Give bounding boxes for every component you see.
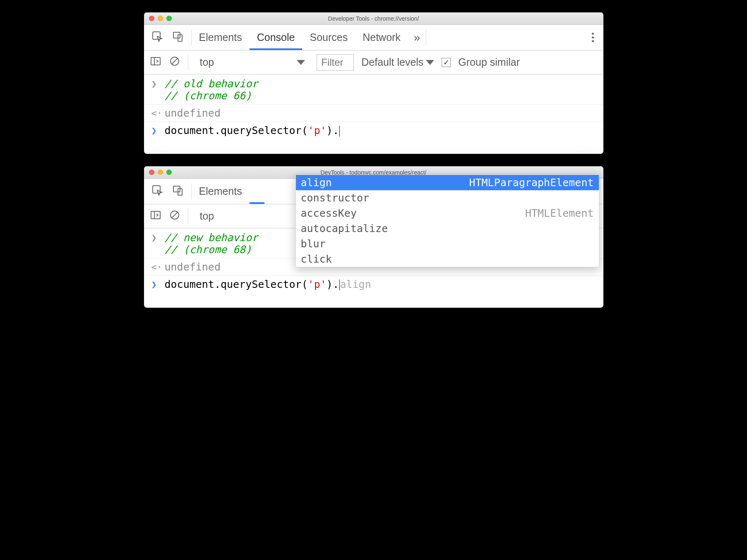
titlebar[interactable]: Developer Tools - chrome://version/: [144, 12, 603, 25]
context-selector[interactable]: top: [196, 208, 219, 224]
svg-rect-10: [151, 211, 160, 219]
ac-label: accessKey: [301, 207, 357, 219]
svg-rect-7: [153, 186, 160, 193]
console-input-row[interactable]: ❯ document.querySelector('p').align: [144, 278, 603, 291]
chevron-down-icon: [426, 60, 434, 65]
devtools-window-new: DevTools - todomvc.com/examples/react/ E…: [144, 166, 603, 308]
close-icon[interactable]: [149, 16, 154, 21]
console-sidebar-toggle-icon[interactable]: [150, 209, 161, 223]
comment-line: // new behavior: [165, 232, 258, 244]
group-similar-checkbox[interactable]: ✓: [442, 58, 451, 67]
group-similar-label: Group similar: [458, 56, 520, 68]
ac-origin: HTMLParagraphElement: [469, 177, 593, 189]
ac-label: blur: [301, 238, 326, 250]
inspect-element-icon[interactable]: [151, 31, 163, 45]
svg-line-13: [172, 212, 178, 218]
ac-label: constructor: [301, 192, 370, 204]
undefined-result: undefined: [165, 261, 221, 273]
console-sidebar-toggle-icon[interactable]: [150, 55, 161, 69]
context-label: top: [200, 56, 214, 68]
chevron-down-icon: [297, 60, 305, 65]
input-marker-icon: ❯: [151, 78, 159, 89]
divider: [188, 208, 188, 224]
ac-label: align: [301, 177, 332, 189]
log-levels-selector[interactable]: Default levels: [361, 56, 434, 68]
clear-console-icon[interactable]: [169, 209, 180, 223]
autocomplete-item[interactable]: click: [296, 251, 599, 267]
svg-line-6: [172, 58, 178, 64]
minimize-icon[interactable]: [158, 170, 163, 175]
console-entry: ❯ // old behavior // (chrome 66): [144, 77, 603, 103]
window-title: Developer Tools - chrome://version/: [144, 15, 603, 22]
console-input[interactable]: document.querySelector('p').align: [165, 278, 371, 290]
console-body: ❯ // old behavior // (chrome 66) <· unde…: [144, 74, 603, 154]
comment-line: // old behavior: [165, 78, 258, 90]
output-marker-icon: <·: [151, 261, 159, 272]
svg-rect-3: [151, 57, 160, 65]
filter-input[interactable]: [317, 54, 354, 71]
tab-elements[interactable]: Elements: [192, 179, 250, 204]
device-toggle-icon[interactable]: [172, 31, 184, 45]
context-label: top: [200, 210, 214, 222]
tab-console[interactable]: Console: [250, 25, 303, 50]
prompt-icon: ❯: [151, 278, 159, 290]
tab-network[interactable]: Network: [355, 25, 408, 50]
inspect-element-icon[interactable]: [151, 184, 163, 199]
ac-label: autocapitalize: [301, 223, 388, 235]
tab-console[interactable]: [250, 179, 264, 204]
devtools-window-old: Developer Tools - chrome://version/ Elem…: [144, 12, 603, 154]
undefined-result: undefined: [165, 107, 221, 119]
levels-label: Default levels: [361, 56, 423, 68]
main-toolbar: Elements Console Sources Network »: [144, 25, 603, 50]
comment-line: // (chrome 66): [165, 90, 252, 102]
zoom-icon[interactable]: [166, 16, 172, 21]
traffic-lights: [149, 16, 172, 21]
console-filter-bar: top Default levels ✓ Group similar: [144, 50, 603, 74]
output-marker-icon: <·: [151, 107, 159, 118]
comment-line: // (chrome 68): [165, 244, 252, 256]
autocomplete-item[interactable]: autocapitalize: [296, 221, 599, 236]
minimize-icon[interactable]: [158, 16, 163, 21]
console-input-row[interactable]: ❯ document.querySelector('p').: [144, 124, 603, 137]
close-icon[interactable]: [149, 170, 154, 175]
zoom-icon[interactable]: [166, 170, 172, 175]
autocomplete-popup: align HTMLParagraphElement constructor a…: [295, 175, 599, 267]
ghost-completion: align: [340, 278, 371, 290]
autocomplete-item[interactable]: blur: [296, 236, 599, 251]
tab-elements[interactable]: Elements: [192, 25, 250, 50]
divider: [426, 30, 426, 45]
input-marker-icon: ❯: [151, 232, 159, 243]
autocomplete-item[interactable]: constructor: [296, 190, 599, 206]
ac-label: click: [301, 253, 332, 265]
console-body: ❯ // new behavior // (chrome 68) <· unde…: [144, 228, 603, 308]
console-result: <· undefined: [144, 106, 603, 120]
svg-rect-0: [153, 32, 160, 39]
kebab-menu-icon[interactable]: [583, 33, 603, 42]
tab-sources[interactable]: Sources: [302, 25, 355, 50]
autocomplete-item[interactable]: align HTMLParagraphElement: [296, 175, 599, 190]
prompt-icon: ❯: [151, 124, 159, 136]
divider: [188, 55, 188, 70]
device-toggle-icon[interactable]: [172, 184, 184, 199]
autocomplete-item[interactable]: accessKey HTMLElement: [296, 206, 599, 221]
ac-origin: HTMLElement: [525, 207, 594, 219]
text-caret: [339, 126, 340, 136]
context-selector[interactable]: top: [196, 55, 310, 70]
clear-console-icon[interactable]: [169, 55, 180, 69]
more-tabs-icon[interactable]: »: [408, 31, 426, 44]
traffic-lights: [149, 170, 172, 175]
console-input[interactable]: document.querySelector('p').: [165, 124, 340, 136]
